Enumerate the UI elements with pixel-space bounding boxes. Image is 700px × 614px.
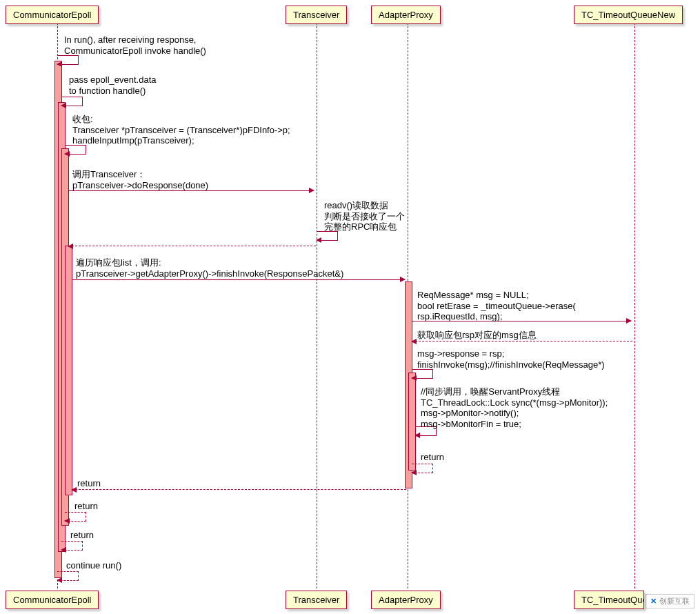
selfloop-continue: [57, 571, 79, 581]
participant-transceiver-bottom: Transceiver: [286, 591, 347, 609]
msg-finishinvoke-packet: 遍历响应包list，调用: pTransceiver->getAdapterPr…: [76, 257, 343, 279]
selfloop-2: [61, 97, 83, 106]
arrow-timeout-return: [412, 341, 632, 341]
arrow-ce-to-adapterproxy: [72, 279, 405, 280]
participant-tc-timeoutqueuenew-bottom: TC_TimeoutQueueNew: [574, 591, 644, 609]
msg-pass-epoll-event: pass epoll_event.data to function handle…: [69, 75, 156, 96]
arrow-transceiver-return: [68, 246, 316, 246]
msg-return-2: return: [74, 501, 98, 512]
msg-return-ap-inner: return: [421, 452, 444, 463]
msg-finishinvoke-reqmsg: msg->response = rsp; finishInvoke(msg);/…: [417, 348, 605, 370]
participant-communicator-epoll-top: CommunicatorEpoll: [6, 6, 99, 24]
msg-readv: readv()读取数据 判断是否接收了一个 完整的RPC响应包: [324, 200, 405, 232]
participant-transceiver-top: Transceiver: [286, 6, 347, 24]
watermark-text: 创新互联: [659, 596, 690, 606]
watermark: ✕ 创新互联: [646, 594, 694, 608]
selfloop-ap-1: [412, 369, 433, 379]
msg-run-handle: In run(), after receiving response, Comm…: [64, 34, 206, 56]
msg-return-3: return: [70, 530, 94, 541]
arrow-ap-return-ce: [72, 489, 406, 490]
participant-tc-timeoutqueuenew-top: TC_TimeoutQueueNew: [574, 6, 683, 24]
activation-ap-2: [408, 373, 416, 471]
selfloop-1: [57, 55, 79, 65]
msg-doresponse: 调用Transceiver： pTransceiver->doResponse(…: [72, 169, 208, 190]
selfloop-return-3: [61, 541, 83, 551]
msg-erase: ReqMessage* msg = NULL; bool retErase = …: [417, 290, 576, 322]
msg-continue-run: continue run(): [66, 560, 121, 571]
selfloop-3: [65, 145, 86, 155]
participant-adapterproxy-bottom: AdapterProxy: [371, 591, 441, 609]
selfloop-return-ap: [412, 464, 433, 473]
selfloop-transceiver: [317, 231, 338, 241]
activation-ce-4: [65, 246, 72, 495]
selfloop-return-2: [65, 512, 86, 522]
participant-adapterproxy-top: AdapterProxy: [371, 6, 441, 24]
msg-return-ap-to-ce: return: [77, 478, 101, 489]
msg-get-rsp-msg: 获取响应包rsp对应的msg信息: [417, 330, 537, 341]
msg-shou-bao: 收包: Transceiver *pTransceiver = (Transce…: [72, 114, 290, 146]
participant-communicator-epoll-bottom: CommunicatorEpoll: [6, 591, 99, 609]
watermark-icon: ✕: [650, 597, 657, 606]
msg-sync-notify: //同步调用，唤醒ServantProxy线程 TC_ThreadLock::L…: [421, 386, 608, 429]
